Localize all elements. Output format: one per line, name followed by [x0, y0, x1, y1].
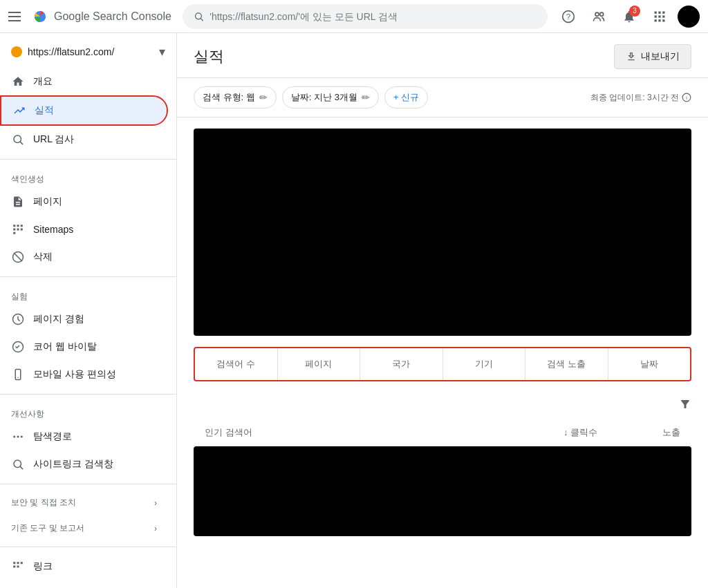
performance-label: 실적: [35, 104, 54, 117]
svg-rect-21: [17, 229, 19, 231]
svg-point-32: [17, 436, 19, 438]
mobile-icon: [11, 368, 25, 381]
site-favicon: [11, 46, 22, 57]
sidebar-item-mobile[interactable]: 모바일 사용 편의성: [0, 361, 168, 388]
table-toolbar: [194, 392, 691, 419]
export-button[interactable]: 내보내기: [614, 44, 691, 69]
google-logo-icon: [30, 7, 50, 26]
sidebar-item-links[interactable]: 링크: [0, 553, 168, 580]
add-filter-button[interactable]: + 신규: [384, 86, 428, 108]
notification-button[interactable]: 3: [617, 4, 642, 29]
sidebar-item-pages[interactable]: 페이지: [0, 188, 168, 216]
svg-rect-13: [655, 19, 657, 21]
apps-button[interactable]: [647, 4, 672, 29]
svg-rect-8: [658, 11, 660, 13]
sidebar-item-sitelinks[interactable]: 사이트링크 검색창: [0, 451, 168, 478]
site-dropdown-icon[interactable]: ▾: [159, 44, 165, 59]
sitemaps-icon: [11, 222, 25, 236]
svg-rect-11: [658, 15, 660, 17]
sitemaps-label: Sitemaps: [33, 224, 73, 235]
svg-rect-40: [21, 562, 23, 564]
search-input[interactable]: [209, 11, 537, 22]
tab-dates[interactable]: 날짜: [608, 348, 691, 380]
sidebar-item-breadcrumbs[interactable]: 탐색경로: [0, 423, 168, 451]
section-experience: 실험: [0, 283, 176, 305]
legacy-section-label: 기존 도구 및 보고서: [11, 522, 84, 534]
sidebar-item-core-vitals[interactable]: 코어 웹 바이탈: [0, 333, 168, 361]
sidebar-item-security-section[interactable]: 보안 및 직접 조치 ›: [0, 490, 168, 515]
home-icon: [11, 75, 25, 88]
sidebar-item-overview[interactable]: 개요: [0, 68, 168, 95]
sidebar-item-performance[interactable]: 실적: [0, 95, 168, 126]
col-query-header: 인기 검색어: [205, 426, 514, 439]
filters-row: 검색 유형: 웹 ✏ 날짜: 지난 3개월 ✏ + 신규 최종 업데이트: 3시…: [177, 78, 708, 117]
performance-icon: [12, 104, 26, 117]
page-experience-label: 페이지 경험: [33, 313, 84, 325]
sidebar-item-page-experience[interactable]: 페이지 경험: [0, 305, 168, 333]
sidebar-item-url-inspection[interactable]: URL 검사: [0, 126, 168, 153]
pages-icon: [11, 195, 25, 209]
header-left: Google Search Console: [8, 7, 174, 26]
main-layout: https://flatsun2.com/ ▾ 개요 실적 URL 검사 색: [0, 33, 708, 588]
sidebar-item-delete[interactable]: 삭제: [0, 243, 168, 271]
overview-label: 개요: [33, 75, 53, 88]
bottom-data-chart: [194, 446, 691, 536]
tab-search-appearance[interactable]: 검색 노출: [525, 348, 608, 380]
header-icons: ? 3: [556, 4, 700, 29]
sidebar-item-settings[interactable]: 설정: [0, 580, 168, 588]
site-selector[interactable]: https://flatsun2.com/ ▾: [0, 39, 176, 65]
people-button[interactable]: [586, 4, 611, 29]
svg-rect-12: [662, 15, 664, 17]
tab-countries-label: 국가: [392, 359, 410, 369]
svg-line-35: [20, 466, 22, 468]
col-impressions-header: 노출: [597, 426, 680, 439]
svg-text:?: ?: [566, 12, 571, 21]
svg-rect-14: [658, 19, 660, 21]
svg-rect-15: [662, 19, 664, 21]
core-vitals-icon: [11, 340, 25, 354]
svg-rect-23: [21, 229, 23, 231]
search-type-filter[interactable]: 검색 유형: 웹 ✏: [194, 86, 277, 108]
svg-rect-39: [17, 566, 19, 568]
svg-rect-19: [17, 225, 19, 227]
page-title: 실적: [194, 46, 224, 67]
performance-chart: [194, 129, 691, 336]
sidebar-item-sitemaps[interactable]: Sitemaps: [0, 216, 168, 243]
svg-text:i: i: [686, 95, 687, 101]
page-experience-icon: [11, 312, 25, 326]
delete-label: 삭제: [33, 251, 53, 263]
svg-rect-18: [13, 225, 15, 227]
tab-devices-label: 기기: [475, 359, 493, 369]
legacy-chevron-icon: ›: [154, 524, 157, 533]
url-inspection-icon: [11, 133, 25, 146]
last-updated-text: 최종 업데이트: 3시간 전: [590, 92, 679, 104]
svg-rect-10: [655, 15, 657, 17]
help-button[interactable]: ?: [556, 4, 581, 29]
tab-devices[interactable]: 기기: [443, 348, 526, 380]
hamburger-icon[interactable]: [8, 8, 25, 25]
search-type-label: 검색 유형: 웹: [203, 91, 255, 104]
pages-label: 페이지: [33, 196, 62, 208]
svg-point-33: [21, 436, 23, 438]
tab-pages[interactable]: 페이지: [278, 348, 361, 380]
breadcrumbs-icon: [11, 430, 25, 444]
security-chevron-icon: ›: [154, 498, 157, 508]
search-bar[interactable]: [183, 4, 548, 29]
tab-queries[interactable]: 검색어 수: [195, 348, 278, 380]
col-clicks-label: ↓ 클릭수: [563, 427, 597, 437]
core-vitals-label: 코어 웹 바이탈: [33, 341, 97, 353]
svg-rect-37: [17, 562, 19, 564]
tab-countries[interactable]: 국가: [360, 348, 443, 380]
table-filter-button[interactable]: [679, 398, 691, 414]
svg-line-2: [201, 18, 203, 20]
sitelinks-icon: [11, 457, 25, 471]
sidebar-item-legacy-section[interactable]: 기존 도구 및 보고서 ›: [0, 515, 168, 541]
date-filter[interactable]: 날짜: 지난 3개월 ✏: [282, 86, 379, 108]
tabs-row: 검색어 수 페이지 국가 기기 검색 노출 날짜: [194, 347, 691, 381]
svg-rect-36: [13, 562, 15, 564]
svg-rect-20: [13, 229, 15, 231]
user-avatar[interactable]: [678, 6, 700, 28]
svg-rect-9: [662, 11, 664, 13]
add-filter-label: + 신규: [393, 91, 419, 104]
svg-line-26: [14, 253, 22, 261]
